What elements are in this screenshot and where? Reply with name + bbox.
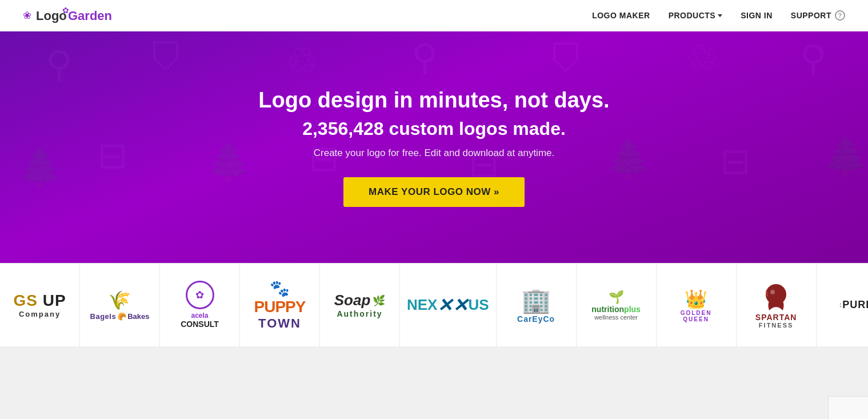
bg-icon-1: ⚲ [46, 43, 73, 85]
nav-links: LOGO MAKER PRODUCTS SIGN IN SUPPORT ? [592, 10, 845, 21]
crown-icon: 👑 [685, 288, 707, 310]
logo-flower-icon: ❀ [23, 9, 31, 22]
bg-icon-10: 🌲 [206, 140, 251, 183]
svg-text:Garden: Garden [68, 9, 112, 23]
hero-title: Logo design in minutes, not days. [258, 88, 609, 113]
help-icon: ? [835, 10, 845, 21]
support-link[interactable]: SUPPORT ? [791, 10, 845, 21]
spartan-helmet-icon [762, 282, 790, 313]
logo-card-spartan-fitness[interactable]: SPARTAN FITNESS [737, 264, 817, 346]
dog-icon: 🐾 [270, 279, 290, 298]
hero-content: Logo design in minutes, not days. 2,356,… [258, 88, 609, 207]
logo-strip: GS UP Company 🌾 Bagels 🥐 Bakes ✿ acela C… [0, 263, 868, 346]
logo-card-puppy-town[interactable]: 🐾 PUPPY TOWN [240, 264, 320, 346]
hero-count: 2,356,428 custom logos made. [258, 118, 609, 139]
acela-circle-icon: ✿ [186, 281, 214, 309]
logo-maker-link[interactable]: LOGO MAKER [592, 11, 650, 20]
nav-item-sign-in[interactable]: SIGN IN [741, 10, 773, 21]
bg-icon-3: ♲ [286, 40, 318, 82]
bg-icon-8: 🌲 [17, 146, 63, 189]
leaf-icon: 🌿 [373, 294, 385, 307]
bg-icon-15: 🌲 [823, 134, 868, 177]
nav-item-logo-maker[interactable]: LOGO MAKER [592, 10, 650, 21]
navbar: ❀ Logo Garden ✿ LOGO MAKER PRODUCTS SIGN… [0, 0, 868, 31]
chevron-down-icon [718, 14, 722, 17]
logo-garden-wordmark: Logo Garden ✿ [35, 5, 115, 26]
products-link[interactable]: PRODUCTS [669, 11, 723, 20]
bg-icon-7: ⚲ [800, 37, 827, 79]
bg-icon-14: ⊟ [720, 140, 751, 182]
bg-icon-6: ♲ [686, 37, 718, 79]
wheat-icon: 🌾 [108, 289, 131, 311]
make-logo-button[interactable]: MAKE YOUR LOGO NOW » [343, 177, 525, 207]
logo-card-acela-consult[interactable]: ✿ acela CONSULT [160, 264, 240, 346]
leaf-plus-icon: 🌱 [609, 290, 624, 305]
nexxus-x-icon: ✕✕ [437, 294, 468, 316]
logo-card-golden-queen[interactable]: 👑 GOLDEN QUEEN [657, 264, 737, 346]
hero-subtitle: Create your logo for free. Edit and down… [258, 147, 609, 159]
bg-icon-5: ⛉ [549, 38, 585, 81]
bg-icon-2: ⛉ [149, 37, 185, 79]
building-icon: 🏢 [521, 286, 551, 314]
logo-card-nexxus[interactable]: NEX ✕✕ US [400, 264, 497, 346]
nav-item-support[interactable]: SUPPORT ? [791, 10, 845, 21]
logo-card-nutrition-plus[interactable]: 🌱 nutritionplus wellness center [577, 264, 657, 346]
bg-icon-4: ⚲ [411, 36, 438, 78]
bg-icon-9: ⊟ [97, 134, 128, 177]
logo-card-carey-co[interactable]: 🏢 CarEyCo [497, 264, 577, 346]
svg-point-4 [770, 290, 775, 294]
logo-card-bagels-bakes[interactable]: 🌾 Bagels 🥐 Bakes [80, 264, 160, 346]
logo-card-soap-authority[interactable]: Soap 🌿 Authority [320, 264, 400, 346]
svg-text:✿: ✿ [62, 6, 69, 15]
sign-in-link[interactable]: SIGN IN [741, 11, 773, 20]
nav-item-products[interactable]: PRODUCTS [669, 11, 723, 20]
logo-card-gs-up[interactable]: GS UP Company [0, 264, 80, 346]
site-logo[interactable]: ❀ Logo Garden ✿ [23, 5, 115, 26]
bg-icon-13: 🌲 [606, 137, 651, 180]
logo-card-pure[interactable]: : PURE [817, 264, 868, 346]
hero-section: ⚲ ⛉ ♲ ⚲ ⛉ ♲ ⚲ 🌲 ⊟ 🌲 ⊟ ⊟ 🌲 ⊟ 🌲 Logo desig… [0, 31, 868, 263]
